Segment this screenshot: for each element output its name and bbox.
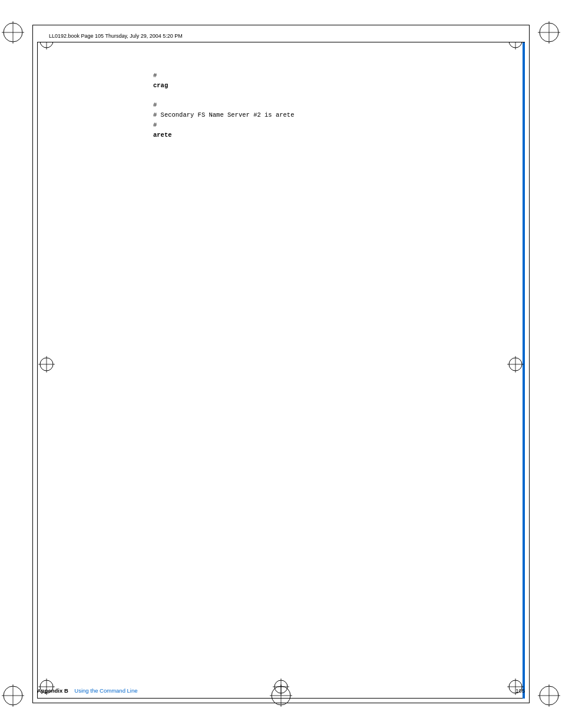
footer-link[interactable]: Using the Command Line: [74, 687, 137, 694]
inner-border-left: [37, 29, 38, 699]
code-line-7: arete: [153, 130, 503, 140]
code-line-6: #: [153, 120, 503, 130]
reg-mark-mr-inner: [507, 356, 524, 373]
reg-mark-tl-outer: [2, 21, 24, 44]
page: LL0192.book Page 105 Thursday, July 29, …: [0, 0, 562, 728]
footer-left: Appendix B Using the Command Line: [37, 687, 138, 694]
reg-mark-ml-inner: [38, 356, 55, 373]
border-right: [529, 25, 530, 703]
code-line-3: [153, 91, 503, 101]
header-bar: LL0192.book Page 105 Thursday, July 29, …: [37, 29, 525, 42]
code-block: # crag # # Secondary FS Name Server #2 i…: [153, 71, 503, 140]
reg-mark-bl-outer: [2, 684, 24, 707]
header-text: LL0192.book Page 105 Thursday, July 29, …: [49, 33, 183, 39]
border-left: [32, 25, 33, 703]
footer: Appendix B Using the Command Line 105: [37, 687, 525, 694]
border-top: [32, 25, 530, 25]
code-line-2: crag: [153, 81, 503, 91]
page-number: 105: [515, 687, 525, 694]
content-area: # crag # # Secondary FS Name Server #2 i…: [153, 71, 503, 140]
appendix-label: Appendix B: [37, 687, 68, 694]
code-line-1: #: [153, 71, 503, 81]
reg-mark-br-outer: [538, 684, 560, 707]
code-line-4: #: [153, 100, 503, 110]
code-line-5: # Secondary FS Name Server #2 is arete: [153, 110, 503, 120]
reg-mark-tr-outer: [538, 21, 560, 44]
